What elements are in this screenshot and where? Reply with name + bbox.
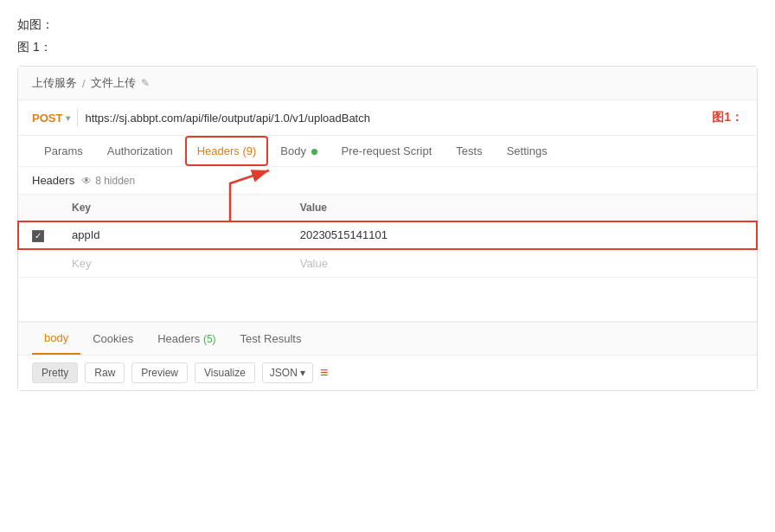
postman-window: 上传服务 / 文件上传 ✎ POST ▾ 图1： Params Authoriz… — [17, 66, 758, 391]
headers-subbar: Headers 👁 8 hidden — [18, 167, 757, 195]
response-tab-body[interactable]: body — [32, 323, 80, 355]
table-header-row: Key Value — [18, 195, 757, 221]
hidden-count: 8 hidden — [95, 175, 135, 187]
breadcrumb-bar: 上传服务 / 文件上传 ✎ — [18, 67, 757, 100]
method-label: POST — [32, 112, 62, 125]
value-cell[interactable]: 20230515141101 — [286, 221, 757, 250]
tab-pre-request[interactable]: Pre-request Script — [330, 136, 445, 166]
format-btn-preview[interactable]: Preview — [131, 362, 188, 383]
col-key: Key — [58, 195, 286, 221]
body-dot — [311, 149, 317, 155]
col-value: Value — [286, 195, 757, 221]
key-cell[interactable]: appId — [58, 221, 286, 250]
intro-text: 如图： — [17, 17, 758, 33]
tab-tests[interactable]: Tests — [444, 136, 494, 166]
format-chevron-icon: ▾ — [300, 367, 305, 379]
response-tab-test-results[interactable]: Test Results — [228, 324, 314, 354]
headers-count: (5) — [203, 333, 216, 345]
response-tab-cookies[interactable]: Cookies — [80, 324, 145, 354]
response-tab-headers[interactable]: Headers (5) — [145, 324, 227, 354]
response-tabs: body Cookies Headers (5) Test Results — [18, 321, 757, 356]
url-input[interactable] — [85, 112, 705, 125]
hidden-badge: 👁 8 hidden — [81, 175, 135, 187]
value-placeholder[interactable]: Value — [286, 249, 757, 277]
format-btn-pretty[interactable]: Pretty — [32, 362, 78, 383]
format-select[interactable]: JSON ▾ — [262, 362, 313, 383]
figure-label: 图 1： — [17, 40, 758, 55]
checkbox-cell[interactable]: ✓ — [18, 221, 58, 250]
figure-badge: 图1： — [712, 110, 743, 125]
checkbox-cell-empty — [18, 249, 58, 277]
col-checkbox — [18, 195, 58, 221]
breadcrumb-part1: 上传服务 — [32, 75, 77, 91]
method-select[interactable]: POST ▾ — [32, 112, 70, 125]
format-select-label: JSON — [270, 367, 298, 379]
breadcrumb-separator: / — [82, 77, 86, 90]
tab-headers[interactable]: Headers (9) — [185, 136, 269, 166]
table-row: ✓ appId 20230515141101 — [18, 221, 757, 250]
tab-body[interactable]: Body — [268, 136, 329, 166]
breadcrumb-part2: 文件上传 — [91, 75, 136, 91]
key-placeholder[interactable]: Key — [58, 249, 286, 277]
tab-authorization[interactable]: Authorization — [95, 136, 185, 166]
headers-label: Headers — [32, 174, 74, 187]
headers-table: Key Value ✓ appId 20230515141101 Key Val… — [18, 195, 757, 278]
tab-params[interactable]: Params — [32, 136, 95, 166]
edit-icon[interactable]: ✎ — [141, 77, 150, 89]
checkbox-checked: ✓ — [32, 230, 44, 242]
wrap-icon[interactable]: ≡ — [320, 365, 328, 381]
format-bar: Pretty Raw Preview Visualize JSON ▾ ≡ — [18, 356, 757, 390]
format-btn-raw[interactable]: Raw — [85, 362, 125, 383]
url-bar: POST ▾ 图1： — [18, 100, 757, 136]
table-row-empty: Key Value — [18, 249, 757, 277]
url-divider — [77, 109, 78, 126]
tabs-bar: Params Authorization Headers (9) Body Pr… — [18, 136, 757, 167]
spacer — [18, 278, 757, 312]
eye-icon: 👁 — [81, 175, 92, 187]
format-btn-visualize[interactable]: Visualize — [195, 362, 255, 383]
tab-settings[interactable]: Settings — [495, 136, 560, 166]
method-chevron-icon: ▾ — [66, 113, 70, 123]
